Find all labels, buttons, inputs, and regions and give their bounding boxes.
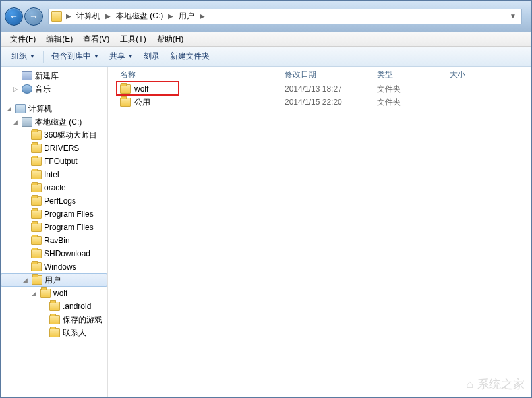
folder-icon xyxy=(31,223,42,232)
burn-button[interactable]: 刻录 xyxy=(138,48,165,65)
expander-icon[interactable]: ◢ xyxy=(21,277,29,283)
organize-button[interactable]: 组织▼ xyxy=(6,48,40,65)
tree-music[interactable]: ▷音乐 xyxy=(1,82,107,96)
address-dropdown-icon[interactable]: ▼ xyxy=(507,13,519,20)
file-list: 名称 修改日期 类型 大小 wolf 2014/1/13 18:27 文件夹 公… xyxy=(108,67,531,397)
list-header: 名称 修改日期 类型 大小 xyxy=(108,68,531,82)
menubar: 文件(F) 编辑(E) 查看(V) 工具(T) 帮助(H) xyxy=(1,32,531,47)
column-name[interactable]: 名称 xyxy=(120,69,285,80)
drive-icon xyxy=(22,117,32,127)
column-size[interactable]: 大小 xyxy=(450,69,531,80)
chevron-right-icon: ▶ xyxy=(167,13,175,20)
expander-icon[interactable]: ◢ xyxy=(5,105,13,112)
tree-library[interactable]: 新建库 xyxy=(1,69,107,82)
breadcrumb-item[interactable]: 计算机 xyxy=(74,9,103,23)
menu-tools[interactable]: 工具(T) xyxy=(115,32,151,46)
titlebar: ← → ▶ 计算机 ▶ 本地磁盘 (C:) ▶ 用户 ▶ ▼ xyxy=(1,1,531,32)
address-bar[interactable]: ▶ 计算机 ▶ 本地磁盘 (C:) ▶ 用户 ▶ ▼ xyxy=(48,9,522,24)
tree-drive-c[interactable]: ◢本地磁盘 (C:) xyxy=(1,115,107,128)
column-date[interactable]: 修改日期 xyxy=(285,69,377,80)
dropdown-icon: ▼ xyxy=(128,53,133,59)
music-icon xyxy=(22,84,32,94)
chevron-right-icon: ▶ xyxy=(65,13,73,20)
tree-folder[interactable]: FFOutput xyxy=(1,155,107,168)
folder-icon xyxy=(51,11,62,22)
folder-icon xyxy=(31,262,42,271)
forward-arrow-icon: → xyxy=(29,11,38,22)
tree-folder[interactable]: DRIVERS xyxy=(1,142,107,155)
toolbar: 组织▼ 包含到库中▼ 共享▼ 刻录 新建文件夹 xyxy=(1,47,531,67)
folder-icon xyxy=(31,144,42,153)
tree-users-folder[interactable]: ◢用户 xyxy=(1,273,107,287)
tree-folder[interactable]: 联系人 xyxy=(1,326,107,339)
include-library-button[interactable]: 包含到库中▼ xyxy=(46,48,104,65)
folder-icon xyxy=(31,130,42,140)
forward-button[interactable]: → xyxy=(24,7,43,26)
dropdown-icon: ▼ xyxy=(30,53,35,59)
tree-folder[interactable]: SHDownload xyxy=(1,247,107,260)
nav-buttons: ← → xyxy=(5,7,43,26)
share-button[interactable]: 共享▼ xyxy=(104,48,138,65)
library-icon xyxy=(22,71,32,80)
folder-icon xyxy=(31,183,42,192)
tree-folder[interactable]: PerfLogs xyxy=(1,194,107,208)
menu-edit[interactable]: 编辑(E) xyxy=(41,32,78,46)
tree-folder[interactable]: Program Files xyxy=(1,221,107,234)
tree-folder[interactable]: 保存的游戏 xyxy=(1,313,107,326)
folder-icon xyxy=(120,98,131,107)
tree-folder[interactable]: oracle xyxy=(1,181,107,194)
folder-icon xyxy=(32,275,42,285)
folder-icon xyxy=(31,210,42,219)
content-area: 新建库 ▷音乐 ◢计算机 ◢本地磁盘 (C:) 360驱动大师目 DRIVERS… xyxy=(1,67,531,397)
folder-icon xyxy=(49,315,60,324)
menu-help[interactable]: 帮助(H) xyxy=(152,32,189,46)
expander-icon[interactable]: ◢ xyxy=(11,119,19,125)
watermark-logo-icon: ⌂ xyxy=(466,378,473,391)
breadcrumb-item[interactable]: 本地磁盘 (C:) xyxy=(113,9,165,23)
watermark-text: 系统之家 xyxy=(477,376,525,392)
expander-icon[interactable]: ◢ xyxy=(30,290,38,297)
menu-file[interactable]: 文件(F) xyxy=(5,32,41,46)
expander-icon[interactable]: ▷ xyxy=(11,86,19,92)
list-item-public[interactable]: 公用 2014/1/15 22:20 文件夹 xyxy=(108,96,531,109)
chevron-right-icon: ▶ xyxy=(198,13,206,20)
tree-folder[interactable]: .android xyxy=(1,300,107,313)
folder-icon xyxy=(31,157,42,166)
watermark: ⌂ 系统之家 xyxy=(466,376,525,392)
list-item-wolf[interactable]: wolf 2014/1/13 18:27 文件夹 xyxy=(108,82,531,96)
chevron-right-icon: ▶ xyxy=(104,13,112,20)
dropdown-icon: ▼ xyxy=(94,53,99,59)
menu-view[interactable]: 查看(V) xyxy=(78,32,115,46)
computer-icon xyxy=(15,104,26,113)
new-folder-button[interactable]: 新建文件夹 xyxy=(165,48,215,65)
back-arrow-icon: ← xyxy=(9,11,18,22)
tree-folder[interactable]: Windows xyxy=(1,260,107,273)
column-type[interactable]: 类型 xyxy=(377,69,450,80)
tree-folder[interactable]: RavBin xyxy=(1,234,107,247)
folder-icon xyxy=(40,289,51,298)
folder-icon xyxy=(31,196,42,206)
folder-icon xyxy=(31,170,42,179)
tree-computer[interactable]: ◢计算机 xyxy=(1,102,107,115)
separator xyxy=(43,51,44,63)
folder-icon xyxy=(49,328,60,337)
tree-folder[interactable]: Program Files xyxy=(1,208,107,221)
sidebar-tree: 新建库 ▷音乐 ◢计算机 ◢本地磁盘 (C:) 360驱动大师目 DRIVERS… xyxy=(1,67,108,397)
tree-folder[interactable]: 360驱动大师目 xyxy=(1,128,107,142)
tree-folder[interactable]: Intel xyxy=(1,168,107,181)
breadcrumb-item[interactable]: 用户 xyxy=(176,9,197,23)
breadcrumb: ▶ 计算机 ▶ 本地磁盘 (C:) ▶ 用户 ▶ xyxy=(65,9,206,23)
back-button[interactable]: ← xyxy=(5,7,23,26)
folder-icon xyxy=(120,84,131,94)
folder-icon xyxy=(49,302,60,311)
folder-icon xyxy=(31,236,42,245)
tree-wolf-folder[interactable]: ◢wolf xyxy=(1,287,107,300)
folder-icon xyxy=(31,249,42,258)
